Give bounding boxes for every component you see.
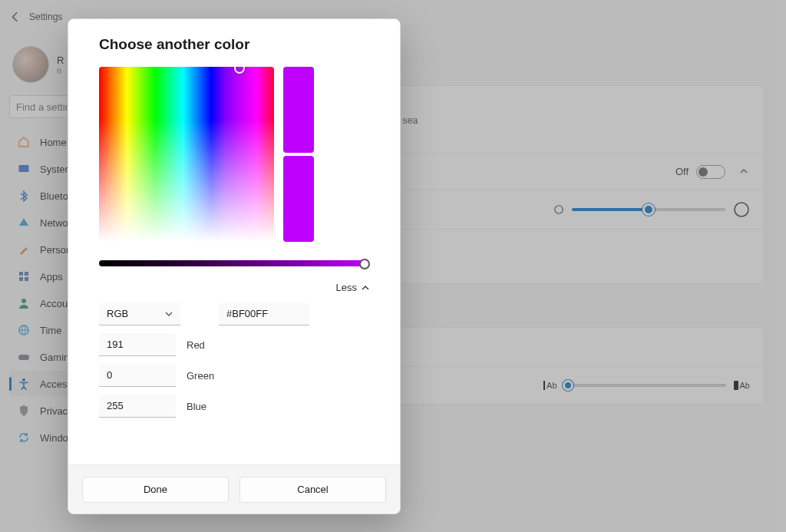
red-label: Red xyxy=(187,339,205,351)
color-picker-dialog: Choose another color Less xyxy=(68,18,401,514)
value-slider-thumb[interactable] xyxy=(359,259,370,269)
green-input[interactable]: 0 xyxy=(99,364,176,387)
red-input[interactable]: 191 xyxy=(99,333,176,356)
green-label: Green xyxy=(187,370,214,382)
settings-window: Settings R n Find a setting Home xyxy=(0,0,786,532)
saturation-value-area[interactable] xyxy=(99,67,274,242)
done-button[interactable]: Done xyxy=(82,477,229,503)
color-model-select[interactable]: RGB xyxy=(99,302,180,325)
blue-label: Blue xyxy=(187,401,206,412)
chevron-up-icon xyxy=(362,284,369,292)
dialog-footer: Done Cancel xyxy=(68,464,400,514)
color-model-value: RGB xyxy=(107,308,128,319)
chevron-down-icon xyxy=(165,310,173,318)
sv-cursor-icon xyxy=(234,67,245,74)
dialog-title: Choose another color xyxy=(99,36,369,53)
current-color-preview xyxy=(283,67,314,153)
cancel-button[interactable]: Cancel xyxy=(239,477,386,503)
blue-input[interactable]: 255 xyxy=(99,395,176,418)
hex-value: #BF00FF xyxy=(226,308,268,319)
less-toggle[interactable]: Less xyxy=(99,282,369,293)
hex-input[interactable]: #BF00FF xyxy=(219,302,309,325)
new-color-preview xyxy=(283,156,314,242)
less-label: Less xyxy=(336,282,357,293)
value-slider[interactable] xyxy=(99,260,369,268)
